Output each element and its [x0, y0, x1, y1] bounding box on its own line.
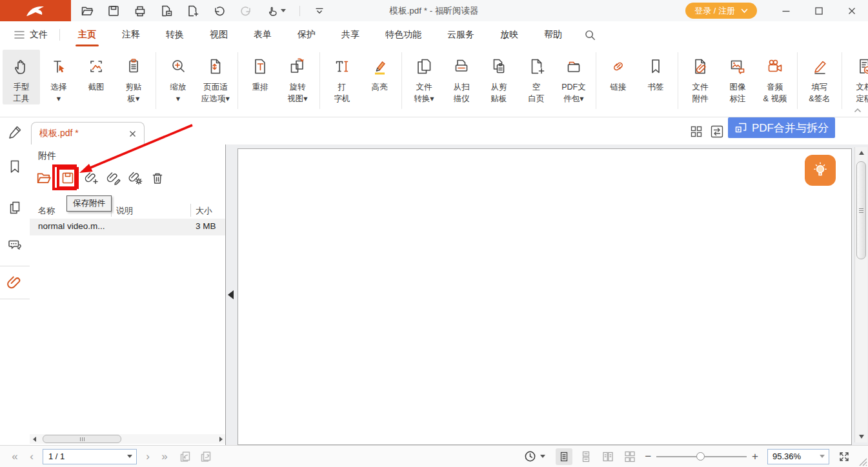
- pdf-portfolio-button[interactable]: PDF文 件包▾: [555, 50, 592, 104]
- sidebar-item-comments[interactable]: [6, 236, 24, 254]
- chevron-down-icon[interactable]: [816, 455, 829, 458]
- sidebar-item-pages[interactable]: [6, 199, 24, 217]
- facing-view-button[interactable]: [600, 448, 616, 465]
- reading-history-button[interactable]: [524, 450, 545, 462]
- tips-assistant-button[interactable]: [805, 155, 836, 186]
- clipboard-button[interactable]: 剪贴 板▾: [115, 50, 152, 104]
- collapse-ribbon-button[interactable]: [854, 108, 862, 113]
- zoom-in-button[interactable]: +: [752, 450, 758, 463]
- document-tab[interactable]: 模板.pdf *: [31, 122, 145, 144]
- attachment-settings-button[interactable]: [127, 170, 144, 186]
- column-description[interactable]: 说明: [116, 205, 133, 217]
- fill-sign-button[interactable]: 填写 &签名: [801, 50, 838, 104]
- column-size[interactable]: 大小: [196, 205, 212, 217]
- facing-continuous-view-button[interactable]: [621, 448, 638, 465]
- first-page-button[interactable]: «: [6, 450, 23, 463]
- reflow-button[interactable]: 重排: [241, 50, 279, 93]
- chevron-down-icon[interactable]: [123, 455, 136, 458]
- next-page-button[interactable]: ›: [139, 450, 156, 463]
- image-annotation-button[interactable]: 图像 标注: [719, 50, 756, 104]
- close-tab-icon[interactable]: [129, 130, 136, 137]
- highlight-button[interactable]: 高亮: [361, 50, 398, 93]
- finalize-document-button[interactable]: 文档 定稿: [845, 50, 868, 104]
- minimize-button[interactable]: [769, 0, 802, 21]
- zoom-slider-thumb[interactable]: [696, 452, 705, 461]
- tab-view[interactable]: 视图: [197, 21, 241, 48]
- tab-cloud[interactable]: 云服务: [434, 21, 487, 48]
- close-button[interactable]: [835, 0, 868, 21]
- from-clipboard-button[interactable]: 从剪 贴板: [480, 50, 518, 104]
- scroll-down-arrow-icon[interactable]: [855, 432, 867, 441]
- last-page-button[interactable]: »: [156, 450, 173, 463]
- scroll-right-arrow-icon[interactable]: [216, 434, 225, 444]
- scroll-left-arrow-icon[interactable]: [30, 434, 39, 444]
- snapshot-button[interactable]: 截图: [77, 50, 115, 93]
- link-button[interactable]: 链接: [600, 50, 637, 93]
- hand-tool-button[interactable]: 手型 工具: [3, 50, 40, 104]
- hand-mode-button[interactable]: [265, 4, 287, 18]
- sidebar-item-bookmarks[interactable]: [6, 157, 24, 175]
- page-number-selector[interactable]: 1 / 1: [43, 449, 137, 464]
- horizontal-scroll-thumb[interactable]: [43, 435, 121, 443]
- zoom-slider[interactable]: [656, 450, 747, 463]
- menu-file[interactable]: 文件: [8, 21, 54, 48]
- customize-toolbar-button[interactable]: [312, 4, 327, 18]
- add-attachment-button[interactable]: [83, 170, 100, 186]
- login-button[interactable]: 登录 / 注册: [685, 3, 757, 19]
- scroll-up-arrow-icon[interactable]: [855, 148, 867, 157]
- from-scanner-button[interactable]: 从扫 描仪: [443, 50, 480, 104]
- tab-protect[interactable]: 保护: [285, 21, 328, 48]
- vertical-scrollbar[interactable]: [854, 147, 867, 442]
- search-button[interactable]: [581, 26, 598, 43]
- delete-attachment-button[interactable]: [149, 170, 166, 186]
- vertical-scroll-thumb[interactable]: [856, 161, 866, 259]
- tab-home[interactable]: 主页: [65, 21, 109, 48]
- rotate-view-button[interactable]: 旋转 视图▾: [279, 50, 316, 104]
- switch-tabs-button[interactable]: [710, 124, 724, 139]
- undo-button[interactable]: [212, 4, 227, 18]
- open-attachment-button[interactable]: [35, 170, 52, 186]
- file-convert-button[interactable]: 文件 转换▾: [405, 50, 443, 104]
- tab-comment[interactable]: 注释: [109, 21, 153, 48]
- open-file-button[interactable]: [80, 4, 94, 18]
- tab-form[interactable]: 表单: [241, 21, 285, 48]
- single-page-view-button[interactable]: [556, 448, 572, 465]
- column-name[interactable]: 名称: [38, 205, 55, 217]
- tab-convert[interactable]: 转换: [153, 21, 197, 48]
- panel-horizontal-scrollbar[interactable]: [30, 434, 225, 444]
- tab-help[interactable]: 帮助: [531, 21, 575, 48]
- tab-features[interactable]: 特色功能: [372, 21, 434, 48]
- page-thumbnails-button[interactable]: [689, 124, 703, 139]
- from-scanner-icon: [452, 57, 471, 76]
- redo-button[interactable]: [239, 4, 253, 18]
- sidebar-item-edit[interactable]: [6, 123, 25, 141]
- maximize-button[interactable]: [802, 0, 835, 21]
- collapse-panel-button[interactable]: [227, 286, 234, 303]
- blank-page-button[interactable]: 空 白页: [518, 50, 555, 104]
- tab-share[interactable]: 共享: [328, 21, 372, 48]
- bookmark-button[interactable]: 书签: [637, 50, 674, 93]
- file-attachment-button[interactable]: 文件 附件: [681, 50, 719, 104]
- tab-present[interactable]: 放映: [487, 21, 531, 48]
- sidebar-item-attachments[interactable]: [0, 266, 30, 299]
- zoom-button[interactable]: 缩放 ▾: [159, 50, 197, 104]
- fullscreen-button[interactable]: [836, 448, 853, 465]
- next-view-button[interactable]: [197, 449, 214, 464]
- audio-video-button[interactable]: 音频 & 视频: [756, 50, 794, 104]
- insert-page-button[interactable]: [186, 4, 200, 18]
- typewriter-button[interactable]: 打 字机: [323, 50, 361, 104]
- edit-attachment-button[interactable]: [105, 170, 122, 186]
- fit-page-options-button[interactable]: 页面适 应选项▾: [197, 50, 234, 104]
- attachment-row[interactable]: normal video.m... 3 MB: [30, 219, 225, 235]
- zoom-level-selector[interactable]: 95.36%: [767, 449, 829, 464]
- window-resize-grip[interactable]: [859, 458, 867, 466]
- previous-view-button[interactable]: [177, 449, 194, 464]
- save-file-button[interactable]: [106, 4, 121, 18]
- print-button[interactable]: [133, 4, 147, 18]
- pdf-merge-split-button[interactable]: PDF合并与拆分: [728, 117, 835, 138]
- select-tool-button[interactable]: 选择 ▾: [40, 50, 77, 104]
- continuous-view-button[interactable]: [578, 448, 594, 465]
- previous-page-button[interactable]: ‹: [23, 450, 40, 463]
- zoom-out-button[interactable]: −: [645, 450, 651, 463]
- delete-page-button[interactable]: [159, 4, 174, 18]
